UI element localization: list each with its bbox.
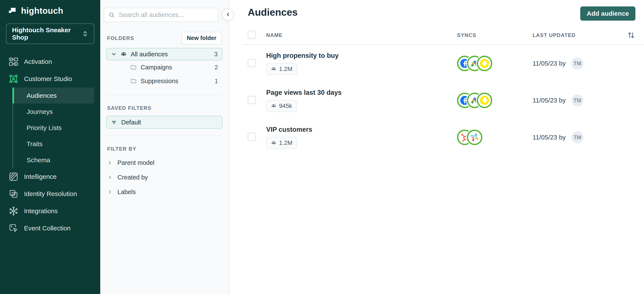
last-updated-text: 11/05/23 by: [532, 97, 566, 104]
sidebar-item-activation[interactable]: Activation: [6, 53, 94, 70]
slack-sync-icon[interactable]: [467, 130, 482, 145]
search-box: [104, 8, 218, 22]
identity-resolution-icon: [8, 189, 18, 199]
filter-by-heading: FILTER BY: [107, 146, 136, 152]
filter-by-section-head: FILTER BY: [107, 146, 222, 152]
filter-by-parent-model[interactable]: Parent model: [107, 155, 224, 170]
people-icon: [120, 51, 127, 57]
audience-name-link[interactable]: High propensity to buy: [266, 52, 339, 60]
panel-divider: [107, 136, 222, 136]
new-folder-button[interactable]: New folder: [182, 32, 222, 45]
audience-size-badge: 1.2M: [266, 63, 297, 75]
sidebar-item-label: Intelligence: [24, 173, 57, 180]
table-row: High propensity to buy 1.2M: [248, 45, 636, 82]
sidebar-item-traits[interactable]: Traits: [12, 136, 94, 152]
column-header-syncs[interactable]: SYNCS: [457, 32, 532, 38]
folder-label: Suppressions: [140, 78, 178, 85]
sidebar-item-label: Customer Studio: [24, 75, 72, 83]
column-header-name[interactable]: NAME: [266, 32, 457, 38]
filter-by-labels[interactable]: Labels: [107, 185, 224, 199]
sidebar-item-audiences[interactable]: Audiences: [12, 88, 94, 104]
search-icon: [108, 12, 115, 18]
sidebar-item-label: Event Collection: [24, 225, 71, 232]
sidebar-item-journeys[interactable]: Journeys: [12, 104, 94, 120]
saved-filter-label: Default: [121, 119, 141, 126]
customer-studio-icon: [8, 74, 18, 84]
audience-size: 1.2M: [279, 66, 292, 72]
snapchat-sync-icon[interactable]: [477, 56, 492, 71]
audience-size-badge: 1.2M: [266, 137, 297, 149]
filter-by-label: Parent model: [118, 159, 154, 166]
page-title: Audiences: [248, 7, 298, 18]
sidebar-item-integrations[interactable]: Integrations: [6, 202, 94, 220]
chevron-left-icon: [225, 12, 231, 18]
chevron-right-icon: [107, 174, 113, 180]
sidebar-item-identity-resolution[interactable]: Identity Resolution: [6, 185, 94, 202]
people-icon: [271, 103, 276, 109]
saved-filters-section-head: SAVED FILTERS: [107, 105, 222, 111]
app-root: hightouch Hightouch Sneaker Shop Activat…: [0, 0, 644, 294]
syncs-cell: [457, 130, 532, 145]
subnav-item-label: Traits: [26, 140, 42, 148]
sidebar-item-event-collection[interactable]: Event Collection: [6, 220, 94, 237]
last-updated-cell: 11/05/23 by TM: [532, 94, 624, 106]
filter-by-created-by[interactable]: Created by: [107, 170, 224, 185]
filter-by-label: Created by: [118, 174, 148, 181]
select-all-checkbox[interactable]: [248, 31, 256, 39]
audience-size-badge: 945k: [266, 100, 297, 112]
integrations-icon: [8, 206, 18, 216]
chevron-right-icon: [107, 189, 113, 195]
sidebar-item-schema[interactable]: Schema: [12, 152, 94, 168]
hightouch-logo-icon: [8, 6, 17, 16]
subnav-item-label: Journeys: [26, 108, 53, 115]
subnav-item-label: Priority Lists: [26, 124, 62, 132]
avatar[interactable]: TM: [572, 94, 584, 106]
people-icon: [271, 140, 276, 146]
audience-name-link[interactable]: VIP customers: [266, 126, 312, 133]
add-audience-button[interactable]: Add audience: [580, 7, 636, 21]
column-header-last-updated[interactable]: LAST UPDATED: [532, 32, 624, 38]
sidebar-item-intelligence[interactable]: Intelligence: [6, 168, 94, 185]
folder-count: 1: [215, 78, 218, 85]
workflow-icon: [8, 57, 18, 67]
row-checkbox[interactable]: [248, 96, 256, 104]
sort-button[interactable]: [627, 31, 636, 40]
snapchat-sync-icon[interactable]: [477, 93, 492, 108]
sidebar: hightouch Hightouch Sneaker Shop Activat…: [0, 0, 100, 294]
audience-name-link[interactable]: Page views last 30 days: [266, 89, 342, 97]
main-header: Audiences Add audience: [248, 7, 636, 21]
filter-by-label: Labels: [118, 188, 136, 196]
sidebar-item-customer-studio[interactable]: Customer Studio: [6, 70, 94, 88]
chevron-up-down-icon: [82, 30, 88, 37]
folder-count: 3: [214, 51, 218, 58]
folder-item-all-audiences[interactable]: All audiences 3: [106, 48, 222, 60]
row-checkbox[interactable]: [248, 59, 256, 67]
sidebar-item-priority-lists[interactable]: Priority Lists: [12, 120, 94, 136]
avatar[interactable]: TM: [572, 57, 584, 69]
search-input[interactable]: [118, 11, 214, 19]
audience-filter-panel: FOLDERS New folder All audiences 3: [100, 0, 229, 294]
last-updated-text: 11/05/23 by: [532, 60, 566, 67]
folder-item-campaigns[interactable]: Campaigns 2: [106, 60, 222, 74]
sort-arrows-icon: [627, 31, 636, 40]
sidebar-item-label: Identity Resolution: [24, 190, 77, 197]
logo-text: hightouch: [21, 6, 63, 16]
folder-label: Campaigns: [140, 64, 172, 71]
syncs-cell: [457, 93, 532, 108]
table-row: VIP customers 1.2M: [248, 119, 636, 156]
folder-count: 2: [215, 64, 218, 71]
audience-size: 945k: [279, 103, 292, 109]
chevron-down-icon[interactable]: [111, 51, 116, 57]
workspace-selector[interactable]: Hightouch Sneaker Shop: [6, 24, 94, 44]
collapse-panel-button[interactable]: [222, 8, 234, 21]
audience-size: 1.2M: [279, 139, 292, 146]
main-content: Audiences Add audience NAME SYNCS LAST U…: [229, 0, 644, 294]
folder-item-suppressions[interactable]: Suppressions 1: [106, 74, 222, 88]
syncs-cell: [457, 56, 532, 71]
people-icon: [271, 66, 276, 72]
panel-divider: [107, 95, 222, 95]
avatar[interactable]: TM: [572, 131, 584, 143]
saved-filter-default[interactable]: Default: [106, 116, 222, 129]
last-updated-cell: 11/05/23 by TM: [532, 57, 624, 69]
row-checkbox[interactable]: [248, 133, 256, 141]
